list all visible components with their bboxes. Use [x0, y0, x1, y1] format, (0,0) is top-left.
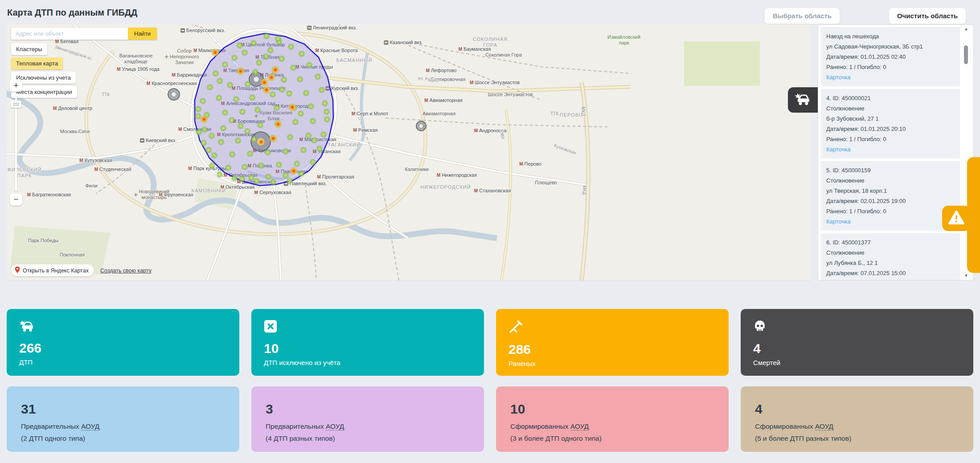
incident-datetime: Дата/время: 07.01.2025 15:00 — [826, 268, 955, 278]
incident-type: Наезд на пешехода — [826, 31, 955, 41]
incident-card[interactable]: 5. ID: 450000159 Столкновение ул Тверска… — [821, 161, 960, 231]
incident-casualties: Ранено: 1 / Погибло: 0 — [826, 134, 955, 144]
zoom-out-button[interactable]: − — [10, 193, 22, 206]
stat-value: 10 — [264, 341, 472, 356]
incident-type: Столкновение — [826, 103, 955, 114]
map-canvas[interactable]: МБеговаяБелорусский вкз.Ленинградский вк… — [7, 24, 811, 280]
park-izmailovsky — [684, 41, 760, 86]
aoud-abbr[interactable]: АОУД — [326, 422, 344, 431]
incident-card[interactable]: 6. ID: 450001377 Столкновение ул Лубянка… — [821, 233, 960, 280]
incident-address: ул Тверская, 18 корп.1 — [826, 186, 955, 196]
incident-datetime: Дата/время: 01.01.2025 20:10 — [826, 124, 955, 134]
incident-address: ул Садовая-Черногрязская, 3Б стр1 — [826, 41, 955, 52]
search-input[interactable] — [11, 28, 128, 40]
stat-card-dtp: 266 ДТП — [7, 309, 239, 376]
incident-card-link[interactable]: Карточка — [826, 146, 850, 153]
stats-row-1: 266 ДТП 10 ДТП исключено из учёта 286 Ра… — [7, 309, 973, 376]
stat-value: 266 — [19, 341, 227, 356]
incident-datetime: Дата/время: 02.01.2025 19:00 — [826, 196, 955, 206]
aoud-abbr[interactable]: АОУД — [815, 422, 833, 431]
scroll-up-icon[interactable]: ▲ — [964, 27, 969, 31]
layer-heatmap-button[interactable]: Тепловая карта — [11, 57, 63, 69]
stat-sublabel: (4 ДТП разных типов) — [266, 435, 470, 443]
layer-clusters-button[interactable]: Кластеры — [11, 43, 47, 55]
zoom-slider-handle[interactable] — [11, 101, 21, 108]
skull-icon — [753, 327, 767, 334]
create-map-link[interactable]: Создать свою карту — [100, 268, 152, 274]
zoom-control: + − — [10, 79, 23, 92]
map-searchbar: Найти — [11, 28, 157, 40]
stat-label: Сформированных АОУД — [510, 422, 714, 431]
stat-sublabel: (2 ДТП одного типа) — [21, 435, 225, 443]
open-in-yandex-button[interactable]: Открыть в Яндекс Картах — [11, 264, 94, 276]
stat-sublabel: (5 и более ДТП разных типов) — [755, 435, 959, 443]
warning-triangle-icon — [948, 211, 964, 227]
aoud-abbr[interactable]: АОУД — [81, 422, 99, 431]
stat-label: Сформированных АОУД — [755, 422, 959, 431]
incident-casualties: Ранено: 1 / Погибло: 0 — [826, 278, 955, 280]
x-square-icon — [264, 327, 277, 334]
incident-type: Столкновение — [826, 175, 955, 186]
incident-id: 4. ID: 450000021 — [826, 93, 955, 103]
warning-tab[interactable] — [942, 206, 971, 231]
incident-casualties: Ранено: 1 / Погибло: 0 — [826, 206, 955, 216]
stat-card-prelim-diff: 3 Предварительных АОУД (4 ДТП разных тип… — [251, 386, 484, 452]
incident-card[interactable]: 4. ID: 450000021 Столкновение б-р Зубовс… — [821, 89, 960, 158]
map-attribution: Открыть в Яндекс Картах Создать свою кар… — [11, 264, 152, 276]
crutch-icon — [508, 328, 523, 335]
stat-label: Смертей — [753, 359, 961, 366]
scroll-down-icon[interactable]: ▼ — [964, 273, 969, 278]
stat-value: 4 — [755, 402, 959, 417]
incident-datetime: Дата/время: 01.01.2025 02:40 — [826, 52, 955, 62]
page: Карта ДТП по данным ГИБДД Выбрать област… — [0, 0, 980, 463]
search-button[interactable]: Найти — [128, 28, 157, 40]
open-in-yandex-label: Открыть в Яндекс Картах — [23, 268, 89, 274]
stat-label: Предварительных АОУД — [266, 422, 470, 431]
incident-card[interactable]: Наезд на пешехода ул Садовая-Черногрязск… — [821, 27, 960, 86]
stat-label-prefix: Предварительных — [21, 422, 81, 430]
stat-value: 286 — [508, 342, 716, 357]
stat-label-prefix: Предварительных — [266, 422, 326, 430]
incidents-panel-tab[interactable] — [788, 87, 818, 113]
stat-card-formed-diff: 4 Сформированных АОУД (5 и более ДТП раз… — [741, 386, 973, 452]
incident-address: б-р Зубовский, 27 1 — [826, 114, 955, 124]
stat-label: ДТП — [19, 358, 227, 366]
stat-label-prefix: Сформированных — [755, 422, 815, 430]
stat-card-formed-same: 10 Сформированных АОУД (3 и более ДТП од… — [496, 386, 729, 452]
incident-id: 6. ID: 450001377 — [826, 237, 955, 248]
stat-label: Предварительных АОУД — [21, 422, 225, 431]
stat-label: Раненых — [508, 360, 716, 367]
stat-label: ДТП исключено из учёта — [264, 359, 472, 366]
car-crash-icon — [19, 326, 35, 334]
incident-card-link[interactable]: Карточка — [826, 218, 850, 225]
page-title: Карта ДТП по данным ГИБДД — [7, 8, 137, 18]
incident-address: ул Лубянка Б., 12 1 — [826, 258, 955, 268]
stats-row-2: 31 Предварительных АОУД (2 ДТП одного ти… — [7, 386, 973, 452]
stat-sublabel: (3 и более ДТП одного типа) — [510, 435, 714, 443]
zoom-in-button[interactable]: + — [10, 79, 22, 92]
car-crash-icon — [795, 93, 812, 108]
incidents-sidebar: Наезд на пешехода ул Садовая-Черногрязск… — [818, 24, 974, 280]
stat-value: 31 — [21, 402, 225, 417]
stat-card-excluded: 10 ДТП исключено из учёта — [251, 309, 484, 376]
scrollbar-thumb[interactable] — [964, 45, 968, 64]
incident-type: Столкновение — [826, 248, 955, 258]
incident-id: 5. ID: 450000159 — [826, 165, 955, 175]
stat-value: 4 — [753, 341, 961, 356]
select-area-button[interactable]: Выбрать область — [764, 8, 840, 24]
map-base — [7, 24, 811, 280]
stat-card-injured: 286 Раненых — [496, 309, 729, 376]
incident-card-link[interactable]: Карточка — [826, 74, 850, 81]
aoud-abbr[interactable]: АОУД — [570, 422, 589, 431]
map-pin-icon — [15, 266, 20, 275]
stat-card-prelim-same: 31 Предварительных АОУД (2 ДТП одного ти… — [7, 386, 239, 452]
incident-cards: Наезд на пешехода ул Садовая-Черногрязск… — [821, 27, 960, 280]
stat-value: 10 — [510, 402, 714, 417]
zoom-slider-track[interactable] — [15, 93, 17, 191]
stat-value: 3 — [266, 402, 470, 417]
stat-label-prefix: Сформированных — [510, 422, 570, 430]
clear-area-button[interactable]: Очистить область — [889, 8, 966, 24]
incident-casualties: Ранено: 1 / Погибло: 0 — [826, 62, 955, 72]
stat-card-deaths: 4 Смертей — [741, 309, 973, 376]
